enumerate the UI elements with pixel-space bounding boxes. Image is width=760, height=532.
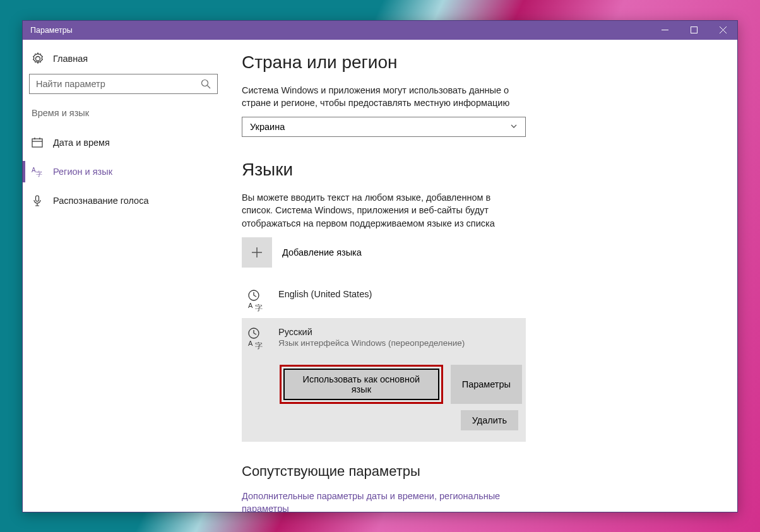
svg-rect-6 xyxy=(32,139,42,147)
language-item-russian[interactable]: A 字 Русский Язык интерфейса Windows (пер… xyxy=(242,318,526,442)
svg-line-17 xyxy=(254,295,256,297)
svg-rect-12 xyxy=(36,196,39,201)
svg-line-5 xyxy=(208,85,211,88)
svg-line-22 xyxy=(254,333,256,334)
sidebar: Главная Время и язык Дата и время A字 Рег… xyxy=(23,40,224,512)
svg-text:A: A xyxy=(32,167,36,174)
home-link[interactable]: Главная xyxy=(23,50,224,74)
language-clock-icon: A 字 xyxy=(246,289,268,312)
svg-point-4 xyxy=(202,80,208,86)
sidebar-item-region-language[interactable]: A字 Регион и язык xyxy=(23,157,224,186)
sidebar-item-label: Дата и время xyxy=(53,138,110,148)
sidebar-item-datetime[interactable]: Дата и время xyxy=(23,128,224,157)
microphone-icon xyxy=(32,195,43,206)
svg-text:字: 字 xyxy=(36,170,42,177)
delete-button[interactable]: Удалить xyxy=(461,410,518,430)
language-item-english[interactable]: A 字 English (United States) xyxy=(242,283,526,318)
region-heading: Страна или регион xyxy=(242,52,725,73)
plus-icon xyxy=(242,237,272,268)
content-area: Главная Время и язык Дата и время A字 Рег… xyxy=(23,40,737,512)
language-name: English (United States) xyxy=(278,289,372,299)
options-button[interactable]: Параметры xyxy=(451,365,522,404)
highlight-annotation: Использовать как основной язык xyxy=(280,365,443,404)
language-clock-icon: A 字 xyxy=(246,327,268,350)
titlebar: Параметры xyxy=(23,21,737,40)
main-pane: Страна или регион Система Windows и прил… xyxy=(224,40,737,512)
language-icon: A字 xyxy=(32,166,43,177)
minimize-button[interactable] xyxy=(650,21,679,40)
settings-window: Параметры Главная Время и язык Дата и вр… xyxy=(22,20,738,512)
svg-text:A: A xyxy=(248,302,253,309)
add-language-button[interactable]: Добавление языка xyxy=(242,237,725,268)
calendar-icon xyxy=(32,137,43,148)
svg-rect-1 xyxy=(691,27,697,33)
languages-heading: Языки xyxy=(242,160,725,180)
language-name: Русский xyxy=(278,327,465,337)
set-default-button[interactable]: Использовать как основной язык xyxy=(283,369,439,400)
category-label: Время и язык xyxy=(23,108,224,128)
gear-icon xyxy=(32,52,44,65)
related-heading: Сопутствующие параметры xyxy=(242,463,725,480)
language-subtitle: Язык интерфейса Windows (переопределение… xyxy=(278,338,465,348)
window-title: Параметры xyxy=(30,26,650,35)
svg-text:A: A xyxy=(248,340,253,347)
related-link[interactable]: Дополнительные параметры даты и времени,… xyxy=(242,490,520,512)
sidebar-item-speech[interactable]: Распознавание голоса xyxy=(23,186,224,215)
close-button[interactable] xyxy=(708,21,737,40)
search-field[interactable] xyxy=(36,79,201,89)
add-language-label: Добавление языка xyxy=(282,247,362,257)
maximize-button[interactable] xyxy=(679,21,708,40)
sidebar-item-label: Распознавание голоса xyxy=(53,196,149,206)
chevron-down-icon xyxy=(510,122,518,132)
svg-text:字: 字 xyxy=(255,304,263,312)
svg-text:字: 字 xyxy=(255,341,263,350)
search-input[interactable] xyxy=(29,74,218,94)
home-label: Главная xyxy=(53,54,88,64)
region-desc: Система Windows и приложения могут испол… xyxy=(242,84,520,110)
sidebar-item-label: Регион и язык xyxy=(53,167,112,177)
languages-desc: Вы можете вводить текст на любом языке, … xyxy=(242,191,520,230)
search-icon xyxy=(201,79,211,89)
country-select[interactable]: Украина xyxy=(242,117,526,137)
country-selected: Украина xyxy=(250,122,510,132)
